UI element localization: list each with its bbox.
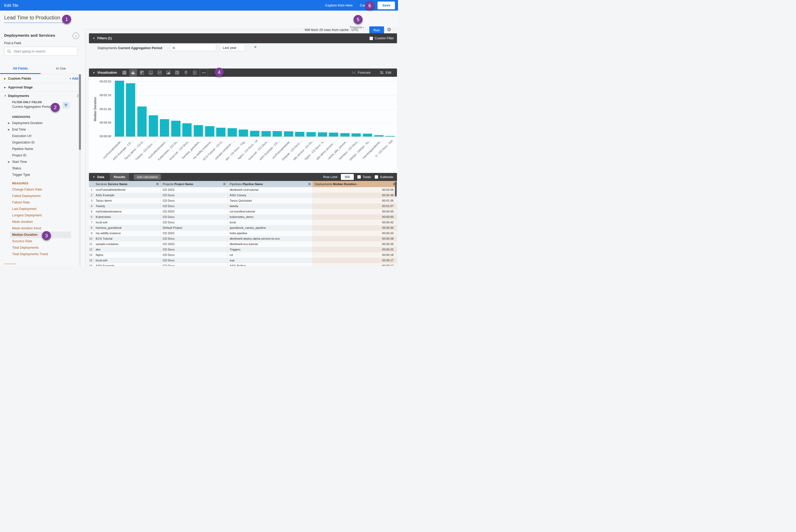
collapse-caret-icon[interactable]: ▼ [93,37,95,40]
table-cell[interactable]: local-ssh [94,220,161,225]
table-cell[interactable]: CD Docs [161,263,227,266]
table-cell[interactable]: 00:00:26 [313,242,397,247]
x-axis-label[interactable]: local-ssh - CD Docs... [247,139,269,161]
gear-icon[interactable]: ⚙ [223,182,226,186]
table-cell[interactable]: ASG Rolling [227,263,313,266]
table-cell[interactable]: Tanzu demo [94,198,161,204]
table-cell[interactable]: 00:00:33 [313,231,397,236]
field-item-deployment-duration[interactable]: ▶Deployment Duration [0,120,81,126]
table-cell[interactable]: myGrafanaInstance [94,209,161,214]
tile-title-input[interactable]: Lead Time to Production [4,15,67,23]
column-header-service-name[interactable]: Services Service Name ⚙ [94,181,161,187]
table-cell[interactable]: CD Docs [161,214,227,220]
bar-14[interactable] [261,131,271,136]
field-current-aggregation-period[interactable]: Current Aggregation Period [12,103,51,110]
field-item-project-id[interactable]: Project ID [0,152,81,158]
table-cell[interactable]: ECS Tutorial [94,236,161,242]
bar-13[interactable] [250,131,259,136]
bar-10[interactable] [216,128,225,136]
run-button[interactable]: Run [369,26,384,34]
x-axis-label[interactable]: Deepak - CD Docs -... [281,139,303,161]
collapse-caret-icon[interactable]: ▼ [93,175,95,178]
field-item-longest-deployment[interactable]: Longest Deployment [0,212,81,218]
bar-chart-icon[interactable] [138,69,146,76]
table-cell[interactable]: ASG Example [94,263,161,266]
bar-20[interactable] [329,133,338,136]
bar-15[interactable] [273,131,282,136]
field-item-status[interactable]: Status [0,165,81,172]
field-item-trigger-type[interactable]: Trigger Type [0,172,81,178]
field-item-failure-rate[interactable]: Failure Rate [0,199,81,206]
table-cell[interactable]: kubernetes_demo [227,214,313,220]
x-axis-label[interactable]: Tweety - CD Docs - ... [135,139,157,161]
field-item-execution-url[interactable]: Execution Url [0,133,81,139]
tab-in-use[interactable]: In Use [41,62,81,74]
area-chart-icon[interactable] [165,69,172,76]
table-cell[interactable]: 00:01:07 [313,204,397,209]
table-cell[interactable]: CD Docs [161,198,227,204]
bar-3[interactable] [137,107,147,136]
field-item-change-failure-rate[interactable]: Change Failure Rate [0,186,81,193]
x-axis-label[interactable]: harness_guestboo... [181,139,202,159]
table-cell[interactable]: helm-pipeline [227,231,313,236]
bar-21[interactable] [340,133,350,136]
table-cell[interactable]: CD 2023 [161,242,227,247]
x-axis-label[interactable]: ECS Tutorial - CD D... [202,139,224,161]
forecast-button[interactable]: Forecast [352,71,371,74]
table-cell[interactable]: cicdTutorialHelloWorld [94,187,161,193]
field-item-failed-deployments[interactable]: Failed Deployments [0,193,81,199]
pie-chart-icon[interactable] [173,69,181,76]
table-cell[interactable]: Kubernetes [94,214,161,220]
x-axis-label[interactable]: roshni_k8s_service... [327,139,348,160]
table-cell[interactable]: dbothwell-cicd-tutorial [227,187,313,193]
table-cell[interactable]: CD Docs [161,247,227,252]
x-axis-label[interactable]: cicdTutorialHelloW... [271,139,292,159]
field-item-last-deployment[interactable]: Last Deployment [0,206,81,212]
field-search-box[interactable] [4,47,78,56]
table-cell[interactable]: local-ssh [94,258,161,263]
edit-viz-button[interactable]: Edit [380,71,391,74]
bar-1[interactable] [115,81,124,136]
bar-18[interactable] [307,132,316,136]
filter-icon[interactable] [62,102,69,109]
bar-25[interactable] [385,136,395,136]
collapse-sidebar-button[interactable]: ‹ [73,33,79,39]
field-item-mean-duration[interactable]: Mean duration [0,218,81,225]
table-cell[interactable]: 00:00:28 [313,236,397,242]
gear-icon[interactable]: ⚙ [156,182,159,186]
bar-22[interactable] [351,133,361,136]
table-cell[interactable]: CD Docs [161,258,227,263]
x-axis-label[interactable]: helmtest - CD Docs... [338,139,359,160]
x-axis-label[interactable]: Nginx - CD Docs - k... [304,139,326,161]
filter-value-input[interactable]: Last year [220,44,245,51]
scatter-icon[interactable] [147,69,155,76]
tab-all-fields[interactable]: All Fields [0,62,41,74]
field-item-total-deployments[interactable]: Total Deployments [0,245,81,251]
bar-11[interactable] [227,128,237,136]
table-cell[interactable]: tweety [227,204,313,209]
table-cell[interactable]: 00:02:48 [313,193,397,198]
table-icon[interactable] [121,69,128,76]
table-cell[interactable]: sample-container [94,242,161,247]
table-cell[interactable]: CD 2023 [161,209,227,214]
row-limit-input[interactable] [341,174,354,180]
gear-icon[interactable]: ⚙ [308,182,311,186]
column-header-project-name[interactable]: Projects Project Name ⚙ [161,181,227,187]
x-axis-label[interactable]: ASG Example - CD ... [112,139,134,161]
x-axis-label[interactable]: cicdTutorialHelloW... [102,139,123,159]
explore-from-here-link[interactable]: Explore from Here [325,3,352,7]
table-cell[interactable]: CD 2023 [161,231,227,236]
table-cell[interactable]: CD Docs [161,193,227,198]
table-cell[interactable]: Nginx [94,252,161,258]
table-cell[interactable]: Tweety [94,204,161,209]
field-item-median-duration[interactable]: Median Duration [10,232,71,238]
bar-4[interactable] [149,115,158,136]
add-custom-field-button[interactable]: + Add [69,77,78,80]
bar-17[interactable] [295,132,304,136]
table-cell[interactable]: dbothwell-deploy-alpha-service-to-ecs [227,236,313,242]
bar-19[interactable] [318,132,327,136]
totals-checkbox[interactable] [357,175,361,178]
table-cell[interactable]: CD Docs [161,236,227,242]
subtotals-checkbox[interactable] [375,175,378,178]
table-cell[interactable]: Tanzu Quickstart [227,198,313,204]
